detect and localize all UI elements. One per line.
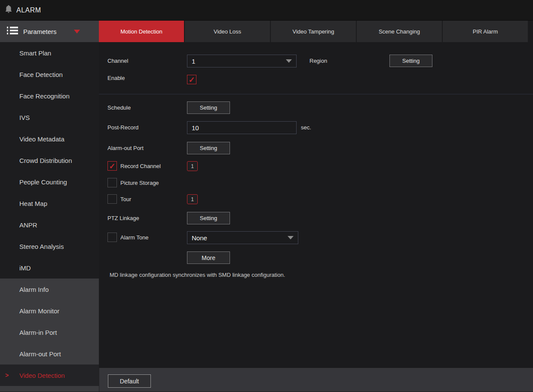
post-record-unit: sec.: [301, 121, 311, 134]
tab-scene-changing[interactable]: Scene Changing: [357, 21, 442, 42]
main-panel: Motion Detection Video Loss Video Tamper…: [99, 21, 533, 392]
chevron-down-icon: [286, 59, 292, 63]
alarm-out-port-label: Alarm-out Port: [107, 142, 144, 155]
tour-number-chip[interactable]: 1: [187, 194, 198, 204]
schedule-setting-button[interactable]: Setting: [187, 101, 230, 114]
enable-checkbox[interactable]: ✓: [187, 75, 196, 84]
tour-label: Tour: [120, 194, 131, 204]
active-arrow-icon: >: [0, 372, 19, 379]
sidebar-item-anpr[interactable]: ANPR: [0, 214, 99, 236]
record-channel-label: Record Channel: [120, 161, 161, 171]
tab-motion-detection[interactable]: Motion Detection: [99, 21, 184, 42]
region-label: Region: [309, 55, 327, 67]
sidebar-item-ivs[interactable]: IVS: [0, 107, 99, 128]
sidebar-item-video-detection[interactable]: > Video Detection: [0, 364, 99, 386]
sidebar-item-alarm-info[interactable]: Alarm Info: [0, 279, 99, 300]
sidebar-item-face-recognition[interactable]: Face Recognition: [0, 85, 99, 107]
sidebar-bottom-strip: [0, 386, 99, 392]
ptz-linkage-setting-button[interactable]: Setting: [187, 212, 230, 224]
bell-icon: [5, 5, 12, 15]
default-button[interactable]: Default: [108, 374, 151, 388]
record-channel-number-chip[interactable]: 1: [187, 161, 198, 171]
sidebar-header-label: Parameters: [23, 28, 57, 35]
sidebar-item-alarm-monitor[interactable]: Alarm Monitor: [0, 300, 99, 322]
alarm-tone-checkbox[interactable]: [107, 233, 117, 242]
sidebar-item-alarm-out-port[interactable]: Alarm-out Port: [0, 343, 99, 364]
tab-video-tampering[interactable]: Video Tampering: [271, 21, 356, 42]
sidebar-item-crowd-distribution[interactable]: Crowd Distribution: [0, 150, 99, 171]
checkmark-icon: ✓: [109, 162, 115, 170]
section-divider: [99, 94, 533, 95]
picture-storage-label: Picture Storage: [120, 178, 159, 188]
sidebar-header-parameters[interactable]: Parameters: [0, 21, 99, 42]
alarm-tone-select-value: None: [192, 234, 207, 242]
app-window: ALARM Parameters Smart Plan Face Detecti…: [0, 0, 533, 392]
page-title: ALARM: [16, 6, 41, 14]
channel-select[interactable]: 1: [187, 55, 297, 67]
tour-checkbox[interactable]: [107, 194, 117, 204]
motion-detection-form: Channel 1 Region Setting Enable ✓ Schedu…: [99, 42, 533, 368]
sidebar-item-alarm-in-port[interactable]: Alarm-in Port: [0, 322, 99, 343]
chevron-down-icon: [288, 236, 294, 239]
alarm-tone-label: Alarm Tone: [120, 233, 149, 242]
sidebar: Parameters Smart Plan Face Detection Fac…: [0, 21, 99, 392]
footer-bar: Default: [99, 368, 533, 392]
sidebar-item-heat-map[interactable]: Heat Map: [0, 193, 99, 214]
channel-select-value: 1: [192, 58, 195, 65]
top-bar: ALARM: [0, 0, 533, 21]
alarm-tone-select[interactable]: None: [187, 231, 298, 244]
sidebar-item-face-detection[interactable]: Face Detection: [0, 64, 99, 85]
enable-label: Enable: [107, 73, 125, 83]
sidebar-item-label: Video Detection: [19, 372, 65, 379]
post-record-label: Post-Record: [107, 121, 138, 134]
sidebar-item-people-counting[interactable]: People Counting: [0, 171, 99, 193]
menu-list-icon: [7, 26, 18, 37]
sidebar-item-stereo-analysis[interactable]: Stereo Analysis: [0, 236, 99, 257]
schedule-label: Schedule: [107, 101, 131, 114]
tab-pir-alarm[interactable]: PIR Alarm: [443, 21, 528, 42]
checkmark-icon: ✓: [188, 76, 195, 84]
sidebar-item-imd[interactable]: iMD: [0, 257, 99, 279]
alarm-out-port-setting-button[interactable]: Setting: [187, 142, 230, 154]
sidebar-alarm-section: Alarm Info Alarm Monitor Alarm-in Port A…: [0, 279, 99, 364]
sidebar-item-video-metadata[interactable]: Video Metadata: [0, 128, 99, 150]
md-linkage-note: MD linkage configuration synchronizes wi…: [110, 272, 285, 278]
post-record-input[interactable]: [187, 121, 297, 134]
tab-bar: Motion Detection Video Loss Video Tamper…: [99, 21, 533, 42]
picture-storage-checkbox[interactable]: [107, 178, 117, 187]
region-setting-button[interactable]: Setting: [389, 55, 432, 67]
ptz-linkage-label: PTZ Linkage: [107, 212, 139, 225]
sidebar-item-smart-plan[interactable]: Smart Plan: [0, 42, 99, 64]
channel-label: Channel: [107, 55, 128, 67]
chevron-down-icon: [74, 30, 80, 34]
more-button[interactable]: More: [187, 251, 230, 264]
record-channel-checkbox[interactable]: ✓: [107, 161, 117, 171]
tab-video-loss[interactable]: Video Loss: [185, 21, 270, 42]
